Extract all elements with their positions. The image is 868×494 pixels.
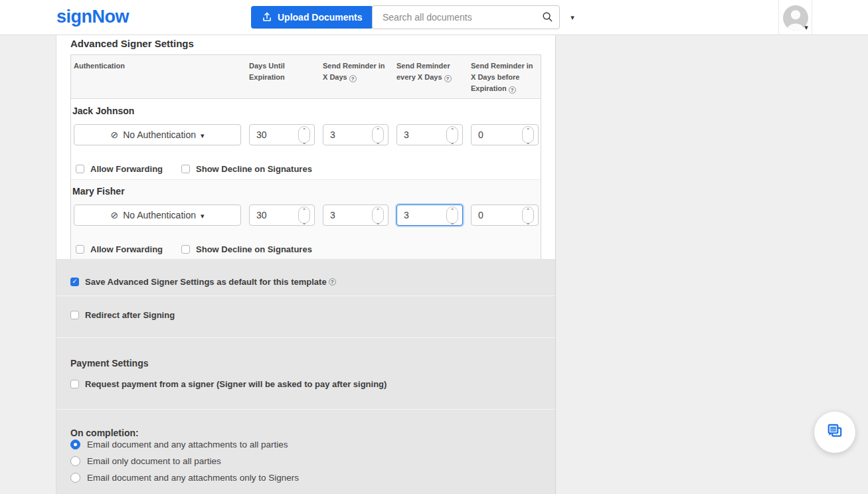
search-input[interactable]: [372, 5, 560, 29]
request-payment-checkbox[interactable]: [70, 380, 79, 388]
page-title: Advanced Signer Settings: [56, 35, 555, 50]
search-scope-caret-icon[interactable]: [566, 10, 578, 25]
number-stepper[interactable]: [298, 206, 310, 224]
completion-option-label: Email only document to all parties: [87, 456, 221, 466]
stepper-up-icon[interactable]: [526, 123, 531, 135]
send-reminder-every-days-input[interactable]: 3: [396, 205, 463, 226]
search-icon[interactable]: [542, 11, 553, 25]
stepper-up-icon[interactable]: [302, 123, 307, 135]
redirect-after-signing-label: Redirect after Signing: [85, 310, 175, 320]
top-bar: signNow Upload Documents: [0, 0, 868, 35]
on-completion-section: On completion: Email document and any at…: [56, 410, 555, 483]
authentication-dropdown[interactable]: No Authentication: [74, 205, 241, 226]
lower-settings-panel: Save Advanced Signer Settings as default…: [56, 259, 555, 494]
account-menu-caret-icon[interactable]: [801, 22, 812, 33]
completion-option-label: Email document and any attachments only …: [87, 473, 299, 483]
number-stepper[interactable]: [372, 206, 384, 224]
stepper-down-icon[interactable]: [450, 215, 455, 227]
upload-button-label: Upload Documents: [278, 12, 363, 23]
send-reminder-every-days-input[interactable]: 3: [396, 124, 463, 145]
completion-radio-signers-only[interactable]: [70, 473, 80, 483]
no-authentication-icon: [110, 129, 118, 140]
help-icon[interactable]: [444, 75, 452, 82]
show-decline-checkbox[interactable]: [181, 245, 190, 254]
signer-name: Mary Fisher: [72, 186, 240, 197]
stepper-up-icon[interactable]: [450, 123, 455, 135]
allow-forwarding-label: Allow Forwarding: [90, 164, 163, 174]
show-decline-label: Show Decline on Signatures: [196, 164, 312, 174]
help-icon[interactable]: [509, 86, 516, 94]
completion-option-label: Email document and any attachments to al…: [87, 440, 288, 450]
column-header-authentication: Authentication: [74, 60, 241, 94]
authentication-dropdown[interactable]: No Authentication: [74, 124, 241, 145]
days-until-expiration-input[interactable]: 30: [249, 124, 315, 145]
payment-settings-title: Payment Settings: [70, 358, 555, 369]
on-completion-title: On completion:: [70, 428, 555, 439]
number-stepper[interactable]: [522, 126, 534, 143]
signer-row-jack-johnson: Jack Johnson No Authentication 30 3 3: [71, 99, 541, 179]
save-default-section: Save Advanced Signer Settings as default…: [56, 259, 555, 296]
completion-radio-document-only[interactable]: [70, 456, 80, 466]
send-reminder-in-days-input[interactable]: 3: [323, 205, 389, 226]
upload-documents-button[interactable]: Upload Documents: [251, 6, 373, 29]
days-until-expiration-input[interactable]: 30: [249, 205, 315, 226]
signer-name: Jack Johnson: [72, 106, 240, 117]
stepper-up-icon[interactable]: [376, 203, 381, 215]
stepper-up-icon[interactable]: [376, 123, 381, 135]
allow-forwarding-checkbox[interactable]: [76, 165, 84, 173]
show-decline-label: Show Decline on Signatures: [196, 244, 312, 254]
search-box: [372, 5, 560, 29]
chat-icon: [826, 422, 843, 442]
column-header-days-until-expiration: Days Until Expiration: [249, 60, 315, 94]
signnow-logo[interactable]: signNow: [56, 7, 129, 27]
stepper-up-icon[interactable]: [526, 203, 531, 215]
column-header-send-reminder-in-x-days: Send Reminder in X Days: [323, 60, 389, 94]
column-header-send-reminder-before-expiration: Send Reminder in X Days before Expiratio…: [471, 60, 539, 94]
save-default-label: Save Advanced Signer Settings as default…: [85, 277, 327, 287]
save-default-checkbox[interactable]: [70, 278, 79, 286]
stepper-down-icon[interactable]: [302, 215, 307, 227]
stepper-down-icon[interactable]: [526, 215, 531, 227]
signer-row-mary-fisher: Mary Fisher No Authentication 30 3 3: [71, 179, 541, 261]
number-stepper[interactable]: [372, 126, 384, 143]
allow-forwarding-label: Allow Forwarding: [90, 244, 163, 254]
dropdown-caret-icon: [201, 210, 205, 220]
help-icon[interactable]: [329, 278, 336, 286]
redirect-section: Redirect after Signing: [56, 296, 555, 338]
authentication-dropdown-value: No Authentication: [123, 129, 196, 140]
request-payment-label: Request payment from a signer (Signer wi…: [85, 379, 387, 389]
column-header-send-reminder-every-x-days: Send Reminder every X Days: [396, 60, 463, 94]
signer-settings-table: Authentication Days Until Expiration Sen…: [70, 54, 541, 262]
stepper-up-icon[interactable]: [450, 203, 455, 215]
authentication-dropdown-value: No Authentication: [123, 210, 196, 220]
table-header-row: Authentication Days Until Expiration Sen…: [71, 55, 541, 99]
number-stepper[interactable]: [298, 126, 310, 143]
no-authentication-icon: [110, 210, 118, 220]
redirect-after-signing-checkbox[interactable]: [70, 311, 79, 319]
allow-forwarding-checkbox[interactable]: [76, 245, 84, 254]
stepper-down-icon[interactable]: [526, 135, 531, 147]
dropdown-caret-icon: [201, 129, 205, 140]
help-icon[interactable]: [349, 75, 357, 82]
send-reminder-before-expiration-input[interactable]: 0: [471, 205, 539, 226]
stepper-down-icon[interactable]: [302, 135, 307, 147]
show-decline-checkbox[interactable]: [181, 165, 190, 173]
support-chat-button[interactable]: [814, 412, 855, 453]
stepper-down-icon[interactable]: [376, 215, 381, 227]
number-stepper[interactable]: [446, 126, 458, 143]
stepper-down-icon[interactable]: [450, 135, 455, 147]
upload-icon: [262, 11, 272, 24]
number-stepper[interactable]: [446, 206, 458, 224]
send-reminder-before-expiration-input[interactable]: 0: [471, 124, 539, 145]
send-reminder-in-days-input[interactable]: 3: [323, 124, 389, 145]
settings-panel: Advanced Signer Settings Authentication …: [56, 35, 556, 494]
stepper-up-icon[interactable]: [302, 203, 307, 215]
number-stepper[interactable]: [522, 206, 534, 224]
payment-settings-section: Payment Settings Request payment from a …: [56, 338, 555, 410]
stepper-down-icon[interactable]: [376, 135, 381, 147]
completion-radio-all-parties-with-attachments[interactable]: [70, 440, 80, 450]
